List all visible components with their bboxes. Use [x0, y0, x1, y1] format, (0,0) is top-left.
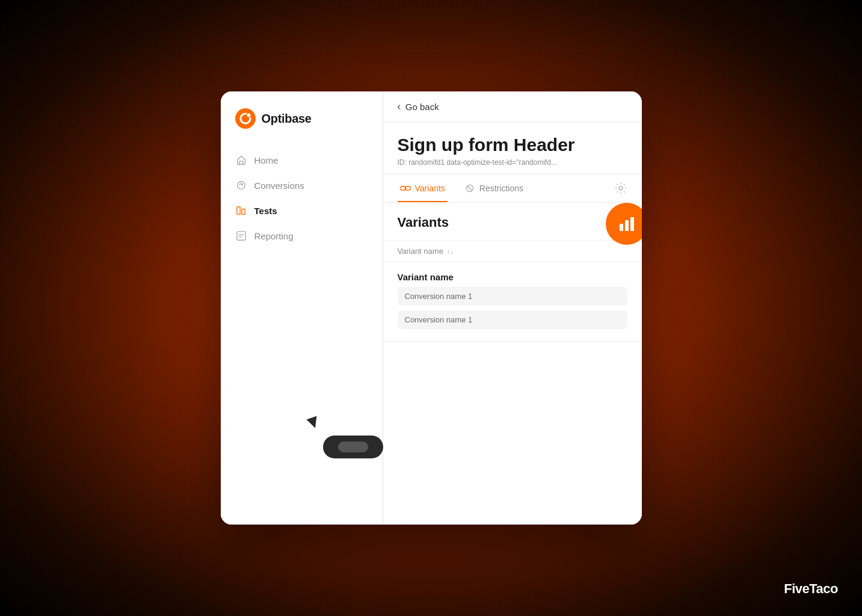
svg-rect-14: [630, 217, 634, 231]
app-window: Optibase Home: [221, 91, 642, 525]
sort-icon[interactable]: ↑↓: [447, 248, 454, 255]
svg-rect-7: [236, 232, 245, 240]
brand-name: Optibase: [262, 112, 312, 126]
content-area: Variants Variant name ↑↓ Variant name: [383, 203, 642, 525]
svg-point-11: [619, 186, 623, 190]
tab-restrictions[interactable]: Restrictions: [462, 174, 526, 202]
sidebar-item-label-home: Home: [254, 155, 279, 165]
variants-tab-icon: [400, 183, 411, 194]
optibase-logo-icon: [235, 108, 256, 129]
sidebar-item-label-tests: Tests: [254, 206, 277, 216]
bar-chart-icon: [617, 215, 636, 232]
conversion-row-1: Conversion name 1: [398, 287, 627, 306]
logo-area: Optibase: [221, 108, 383, 148]
sidebar-item-label-reporting: Reporting: [254, 231, 294, 241]
table-row: Variant name Conversion name 1 Conversio…: [383, 262, 642, 342]
nav-items: Home Conversions: [221, 148, 383, 248]
svg-rect-6: [241, 209, 244, 214]
svg-rect-12: [620, 224, 623, 231]
cursor-pill-inner: [338, 442, 368, 452]
sidebar-item-home[interactable]: Home: [228, 148, 375, 172]
home-icon: [235, 154, 247, 166]
page-title: Sign up form Header: [398, 134, 627, 156]
tabs-bar: Variants Restrictions: [383, 174, 642, 203]
tab-variants-label: Variants: [415, 183, 445, 193]
cursor-pill: [323, 436, 383, 458]
sidebar-item-conversions[interactable]: Conversions: [228, 173, 375, 197]
svg-point-0: [235, 108, 256, 129]
column-header-variant: Variant name: [398, 247, 443, 256]
sidebar: Optibase Home: [221, 91, 383, 525]
cursor-pointer: [306, 416, 320, 430]
page-subtitle: ID: randomifd1 data-optimize-test-id="ra…: [398, 158, 627, 167]
variants-header: Variants: [383, 203, 642, 241]
svg-rect-13: [625, 220, 629, 231]
conversion-row-2: Conversion name 1: [398, 310, 627, 329]
page-title-area: Sign up form Header ID: randomifd1 data-…: [383, 122, 642, 174]
go-back-bar[interactable]: ‹ Go back: [383, 91, 642, 122]
main-content: ‹ Go back Sign up form Header ID: random…: [383, 91, 642, 525]
restrictions-tab-icon: [464, 183, 475, 194]
variant-name: Variant name: [398, 272, 627, 282]
sidebar-item-tests[interactable]: Tests: [228, 199, 375, 223]
go-back-text: Go back: [405, 102, 439, 112]
back-chevron-icon: ‹: [398, 101, 401, 112]
table-header: Variant name ↑↓: [383, 241, 642, 262]
settings-icon[interactable]: [614, 182, 627, 195]
sidebar-item-label-conversions: Conversions: [254, 180, 304, 191]
variants-section-title: Variants: [398, 215, 449, 230]
chart-icon-circle: [606, 203, 642, 245]
reporting-icon: [235, 230, 247, 242]
sidebar-item-reporting[interactable]: Reporting: [228, 224, 375, 248]
svg-rect-5: [236, 207, 239, 215]
tab-restrictions-label: Restrictions: [479, 183, 523, 193]
fivetaco-brand: FiveTaco: [784, 581, 838, 597]
tab-variants[interactable]: Variants: [398, 174, 448, 202]
conversions-icon: [235, 179, 247, 191]
svg-point-3: [247, 114, 250, 117]
tests-icon: [235, 205, 247, 217]
